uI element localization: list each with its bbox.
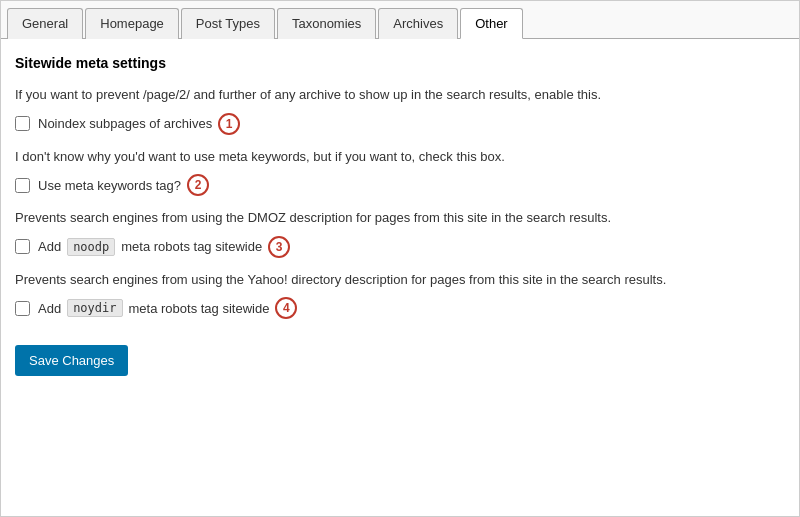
block1-description: If you want to prevent /page/2/ and furt… xyxy=(15,85,785,105)
block1-label-text: Noindex subpages of archives xyxy=(38,116,212,131)
tab-other[interactable]: Other xyxy=(460,8,523,39)
block4-prefix: Add xyxy=(38,301,61,316)
block-noindex: If you want to prevent /page/2/ and furt… xyxy=(15,85,785,135)
block2-label: Use meta keywords tag? 2 xyxy=(38,174,209,196)
block-noydir: Prevents search engines from using the Y… xyxy=(15,270,785,320)
badge-4: 4 xyxy=(275,297,297,319)
block2-option-row: Use meta keywords tag? 2 xyxy=(15,174,785,196)
code-noodp: noodp xyxy=(67,238,115,256)
block3-option-row: Add noodp meta robots tag sitewide 3 xyxy=(15,236,785,258)
section-title: Sitewide meta settings xyxy=(15,55,785,71)
tab-homepage[interactable]: Homepage xyxy=(85,8,179,39)
checkbox-noindex[interactable] xyxy=(15,116,30,131)
block2-description: I don't know why you'd want to use meta … xyxy=(15,147,785,167)
checkbox-noydir[interactable] xyxy=(15,301,30,316)
block-meta-keywords: I don't know why you'd want to use meta … xyxy=(15,147,785,197)
block3-suffix: meta robots tag sitewide xyxy=(121,239,262,254)
content-area: Sitewide meta settings If you want to pr… xyxy=(1,39,799,392)
save-changes-button[interactable]: Save Changes xyxy=(15,345,128,376)
badge-3: 3 xyxy=(268,236,290,258)
block3-prefix: Add xyxy=(38,239,61,254)
badge-2: 2 xyxy=(187,174,209,196)
badge-1: 1 xyxy=(218,113,240,135)
block3-label: Add noodp meta robots tag sitewide 3 xyxy=(38,236,290,258)
tab-archives[interactable]: Archives xyxy=(378,8,458,39)
checkbox-meta-keywords[interactable] xyxy=(15,178,30,193)
block1-label: Noindex subpages of archives 1 xyxy=(38,113,240,135)
block4-label: Add noydir meta robots tag sitewide 4 xyxy=(38,297,297,319)
block1-option-row: Noindex subpages of archives 1 xyxy=(15,113,785,135)
code-noydir: noydir xyxy=(67,299,122,317)
tab-post-types[interactable]: Post Types xyxy=(181,8,275,39)
block4-suffix: meta robots tag sitewide xyxy=(129,301,270,316)
tab-bar: General Homepage Post Types Taxonomies A… xyxy=(1,1,799,39)
tab-general[interactable]: General xyxy=(7,8,83,39)
block3-description: Prevents search engines from using the D… xyxy=(15,208,785,228)
block-noodp: Prevents search engines from using the D… xyxy=(15,208,785,258)
tab-taxonomies[interactable]: Taxonomies xyxy=(277,8,376,39)
block4-option-row: Add noydir meta robots tag sitewide 4 xyxy=(15,297,785,319)
block4-description: Prevents search engines from using the Y… xyxy=(15,270,785,290)
block2-label-text: Use meta keywords tag? xyxy=(38,178,181,193)
main-container: General Homepage Post Types Taxonomies A… xyxy=(0,0,800,517)
checkbox-noodp[interactable] xyxy=(15,239,30,254)
